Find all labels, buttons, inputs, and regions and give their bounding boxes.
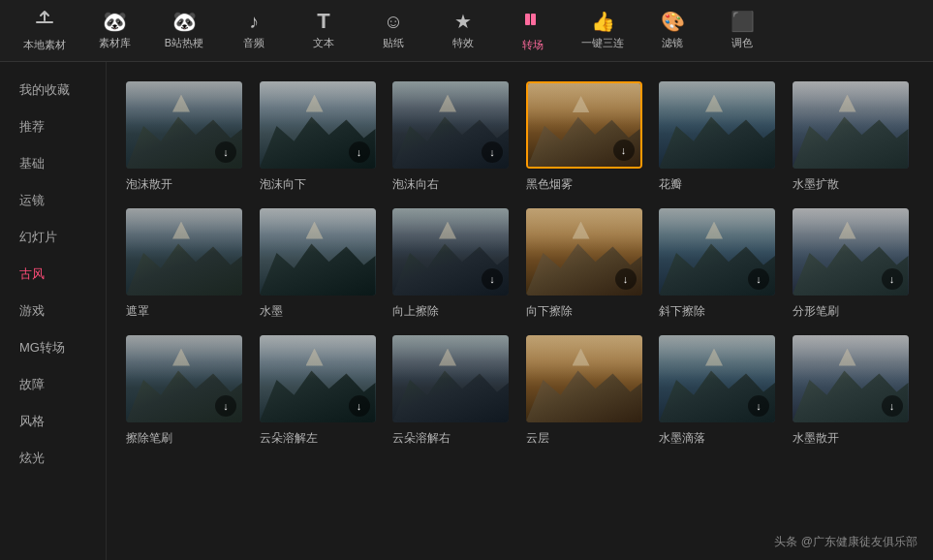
svg-rect-0	[36, 21, 53, 23]
toolbar-item-color[interactable]: ⬛调色	[707, 2, 777, 60]
item-label-8: 向上擦除	[392, 303, 439, 320]
sky-overlay	[793, 81, 909, 169]
thumbnail-1: ↓	[260, 81, 376, 169]
toolbar-label-audio: 音频	[243, 36, 264, 50]
sidebar-item-glow[interactable]: 炫光	[0, 440, 106, 477]
transitions-grid: ↓ 泡沫散开 ↓ 泡沫向下 ↓ 泡沫向右 ↓ 黑色烟雾 花瓣 水墨扩散 遮罩	[126, 81, 914, 447]
grid-item-5[interactable]: 水墨扩散	[793, 81, 915, 193]
item-label-4: 花瓣	[659, 176, 682, 193]
download-btn[interactable]: ↓	[215, 395, 236, 417]
sidebar-item-camera[interactable]: 运镜	[0, 182, 106, 219]
toolbar-label-filter: 滤镜	[662, 36, 683, 50]
thumbnail-3: ↓	[526, 81, 642, 169]
thumbnail-8: ↓	[392, 208, 509, 296]
toolbar-item-local[interactable]: 本地素材	[10, 2, 79, 60]
download-btn[interactable]: ↓	[482, 141, 503, 163]
download-btn[interactable]: ↓	[748, 395, 769, 417]
download-btn[interactable]: ↓	[882, 395, 903, 417]
sidebar: 我的收藏推荐基础运镜幻灯片古风游戏MG转场故障风格炫光	[0, 62, 107, 560]
thumbnail-17: ↓	[793, 335, 909, 422]
download-btn[interactable]: ↓	[349, 141, 370, 163]
toolbar-icon-sticker: ☺	[384, 11, 403, 32]
grid-item-7[interactable]: 水墨	[260, 208, 382, 320]
grid-item-17[interactable]: ↓ 水墨散开	[793, 335, 915, 447]
thumbnail-16: ↓	[659, 335, 775, 422]
download-btn[interactable]: ↓	[748, 268, 769, 290]
grid-item-11[interactable]: ↓ 分形笔刷	[793, 208, 915, 320]
toolbar-item-sticker[interactable]: ☺贴纸	[358, 2, 428, 60]
toolbar: 本地素材🐼素材库🐼B站热梗♪音频T文本☺贴纸★特效转场👍一键三连🎨滤镜⬛调色	[0, 0, 933, 62]
download-btn[interactable]: ↓	[882, 268, 903, 290]
grid-item-1[interactable]: ↓ 泡沫向下	[260, 81, 382, 193]
download-btn[interactable]: ↓	[349, 395, 370, 417]
toolbar-icon-filter: 🎨	[661, 11, 685, 32]
thumbnail-13: ↓	[260, 335, 376, 422]
watermark: 头条 @广东健康徒友俱乐部	[774, 534, 917, 550]
sky-overlay	[126, 208, 242, 296]
item-label-7: 水墨	[260, 303, 283, 320]
grid-item-10[interactable]: ↓ 斜下擦除	[659, 208, 781, 320]
toolbar-item-transition[interactable]: 转场	[498, 2, 568, 60]
grid-item-3[interactable]: ↓ 黑色烟雾	[526, 81, 648, 193]
grid-item-16[interactable]: ↓ 水墨滴落	[659, 335, 781, 447]
toolbar-item-filter[interactable]: 🎨滤镜	[638, 2, 707, 60]
main-area: 我的收藏推荐基础运镜幻灯片古风游戏MG转场故障风格炫光 ↓ 泡沫散开 ↓ 泡沫向…	[0, 62, 933, 560]
item-label-5: 水墨扩散	[793, 176, 839, 193]
download-btn[interactable]: ↓	[615, 268, 637, 290]
item-label-13: 云朵溶解左	[260, 430, 318, 447]
thumbnail-10: ↓	[659, 208, 775, 296]
toolbar-item-effect[interactable]: ★特效	[428, 2, 498, 60]
grid-item-2[interactable]: ↓ 泡沫向右	[392, 81, 514, 193]
grid-item-0[interactable]: ↓ 泡沫散开	[126, 81, 248, 193]
sidebar-item-recommend[interactable]: 推荐	[0, 109, 106, 145]
thumbnail-11: ↓	[793, 208, 909, 296]
download-btn[interactable]: ↓	[613, 140, 635, 161]
toolbar-icon-onekey: 👍	[591, 11, 615, 32]
item-label-0: 泡沫散开	[126, 176, 172, 193]
toolbar-item-text[interactable]: T文本	[289, 2, 358, 60]
sidebar-item-basic[interactable]: 基础	[0, 145, 106, 182]
grid-item-4[interactable]: 花瓣	[659, 81, 781, 193]
sidebar-item-glitch[interactable]: 故障	[0, 366, 106, 403]
grid-item-15[interactable]: 云层	[526, 335, 648, 447]
sidebar-item-favorites[interactable]: 我的收藏	[0, 72, 106, 109]
item-label-2: 泡沫向右	[392, 176, 439, 193]
thumbnail-2: ↓	[392, 81, 509, 169]
thumbnail-9: ↓	[526, 208, 642, 296]
grid-item-9[interactable]: ↓ 向下擦除	[526, 208, 648, 320]
grid-item-13[interactable]: ↓ 云朵溶解左	[260, 335, 382, 447]
toolbar-icon-bilibili: 🐼	[172, 11, 197, 32]
sidebar-item-mg[interactable]: MG转场	[0, 329, 106, 366]
item-label-16: 水墨滴落	[659, 430, 705, 447]
toolbar-item-material[interactable]: 🐼素材库	[79, 2, 149, 60]
thumbnail-4	[659, 81, 775, 169]
toolbar-item-onekey[interactable]: 👍一键三连	[568, 2, 638, 60]
toolbar-icon-audio: ♪	[249, 11, 259, 32]
sidebar-item-slideshow[interactable]: 幻灯片	[0, 219, 106, 256]
thumbnail-0: ↓	[126, 81, 242, 169]
item-label-12: 擦除笔刷	[126, 430, 172, 447]
sidebar-item-gufeng[interactable]: 古风	[0, 256, 106, 293]
svg-rect-2	[531, 14, 536, 25]
item-label-6: 遮罩	[126, 303, 149, 320]
toolbar-icon-transition	[522, 9, 544, 34]
toolbar-label-local: 本地素材	[23, 38, 66, 52]
item-label-17: 水墨散开	[793, 430, 839, 447]
toolbar-icon-color: ⬛	[731, 11, 755, 32]
grid-item-12[interactable]: ↓ 擦除笔刷	[126, 335, 248, 447]
thumbnail-5	[793, 81, 909, 169]
grid-item-14[interactable]: 云朵溶解右	[392, 335, 514, 447]
download-btn[interactable]: ↓	[215, 141, 236, 163]
sky-overlay	[392, 335, 509, 422]
toolbar-label-onekey: 一键三连	[581, 36, 624, 50]
toolbar-item-audio[interactable]: ♪音频	[219, 2, 289, 60]
content-area: ↓ 泡沫散开 ↓ 泡沫向下 ↓ 泡沫向右 ↓ 黑色烟雾 花瓣 水墨扩散 遮罩	[107, 62, 933, 560]
download-btn[interactable]: ↓	[482, 268, 503, 290]
sky-overlay	[260, 208, 376, 296]
sidebar-item-style[interactable]: 风格	[0, 403, 106, 440]
sidebar-item-game[interactable]: 游戏	[0, 293, 106, 329]
grid-item-6[interactable]: 遮罩	[126, 208, 248, 320]
toolbar-item-bilibili[interactable]: 🐼B站热梗	[149, 2, 219, 60]
toolbar-icon-local	[34, 9, 55, 34]
grid-item-8[interactable]: ↓ 向上擦除	[392, 208, 514, 320]
